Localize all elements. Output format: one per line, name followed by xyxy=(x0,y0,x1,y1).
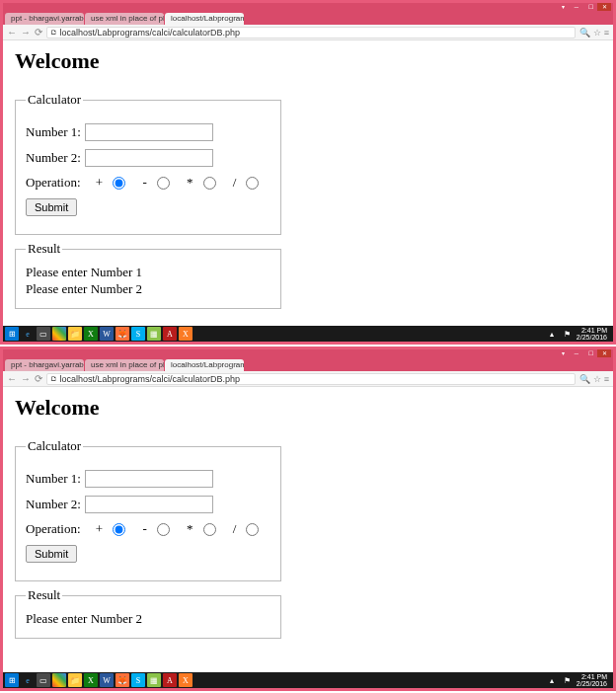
screenshot-2: ▾ ─ ☐ ✕ ppt - bhargavi.yarrabally × use … xyxy=(0,346,616,691)
browser-tab-2[interactable]: use xml in place of php f × xyxy=(85,359,164,371)
url-text: localhost/Labprograms/calci/calculatorDB… xyxy=(60,28,241,38)
number2-input[interactable] xyxy=(85,149,213,167)
op-minus-label: - xyxy=(142,521,146,537)
close-button[interactable]: ✕ xyxy=(597,3,611,11)
number2-label: Number 2: xyxy=(26,150,81,166)
op-minus-radio[interactable] xyxy=(157,523,170,536)
forward-button[interactable]: → xyxy=(21,27,31,38)
skype-icon[interactable]: S xyxy=(131,327,145,341)
page-title: Welcome xyxy=(15,48,601,74)
windows-taskbar: ⊞ e ▭ 📁 X W 🦊 S ▦ A X ▴ ⚑ 2:41 PM 2/25/2… xyxy=(3,672,613,688)
taskbar-clock[interactable]: 2:41 PM 2/25/2016 xyxy=(577,327,611,341)
menu-icon[interactable]: ≡ xyxy=(604,28,609,38)
maximize-button[interactable]: ☐ xyxy=(583,3,597,11)
op-div-label: / xyxy=(233,521,237,537)
browser-tab-1[interactable]: ppt - bhargavi.yarrabally × xyxy=(5,13,84,25)
back-button[interactable]: ← xyxy=(7,27,17,38)
firefox-icon[interactable]: 🦊 xyxy=(116,327,129,341)
op-mult-radio[interactable] xyxy=(203,523,216,536)
xampp-taskbar-icon[interactable]: X xyxy=(179,673,192,687)
page-content: Welcome Calculator Number 1: Number 2: O… xyxy=(3,387,613,653)
bookmark-icon[interactable]: ☆ xyxy=(593,374,601,384)
browser-tabstrip: ppt - bhargavi.yarrabally × use xml in p… xyxy=(3,11,613,25)
app-icon[interactable]: ▦ xyxy=(147,327,161,341)
excel-icon[interactable]: X xyxy=(84,327,98,341)
browser-tabstrip: ppt - bhargavi.yarrabally × use xml in p… xyxy=(3,357,613,371)
back-button[interactable]: ← xyxy=(7,373,17,384)
minimize-button[interactable]: ─ xyxy=(570,349,583,357)
bookmark-icon[interactable]: ☆ xyxy=(593,28,601,38)
explorer-icon[interactable]: 📁 xyxy=(68,673,82,687)
number2-label: Number 2: xyxy=(26,497,81,512)
tab-label: use xml in place of php f xyxy=(91,13,164,25)
result-fieldset: Result Please enter Number 2 xyxy=(15,587,281,639)
excel-icon[interactable]: X xyxy=(84,673,98,687)
browser-address-bar: ← → ⟳ 🗋 localhost/Labprograms/calci/calc… xyxy=(3,25,613,40)
browser-tab-2[interactable]: use xml in place of php f × xyxy=(85,13,164,25)
op-minus-radio[interactable] xyxy=(157,177,170,190)
result-line: Please enter Number 1 xyxy=(26,265,270,281)
minimize-button[interactable]: ─ xyxy=(570,3,583,11)
number1-input[interactable] xyxy=(85,123,213,141)
screenshot-1: ▾ ─ ☐ ✕ ppt - bhargavi.yarrabally × use … xyxy=(0,0,616,345)
action-center-icon[interactable]: ⚑ xyxy=(561,327,575,341)
chrome-icon[interactable] xyxy=(52,673,66,687)
url-input[interactable]: 🗋 localhost/Labprograms/calci/calculator… xyxy=(46,27,576,38)
submit-button[interactable]: Submit xyxy=(26,198,77,216)
op-plus-radio[interactable] xyxy=(113,523,125,536)
url-input[interactable]: 🗋 localhost/Labprograms/calci/calculator… xyxy=(46,373,576,385)
result-legend: Result xyxy=(26,241,62,257)
start-button[interactable]: ⊞ xyxy=(5,327,19,341)
action-center-icon[interactable]: ⚑ xyxy=(561,673,575,687)
tray-up-icon[interactable]: ▴ xyxy=(545,673,559,687)
tab-label: ppt - bhargavi.yarrabally xyxy=(11,359,84,371)
explorer-icon[interactable]: 📁 xyxy=(68,327,82,341)
tab-label: use xml in place of php f xyxy=(91,359,164,371)
word-icon[interactable]: W xyxy=(100,327,114,341)
start-button[interactable]: ⊞ xyxy=(5,673,19,687)
browser-tab-3[interactable]: localhost/Labprograms/c × xyxy=(165,13,244,25)
menu-icon[interactable]: ≡ xyxy=(604,374,609,384)
ie-icon[interactable]: e xyxy=(21,673,35,687)
calculator-legend: Calculator xyxy=(26,438,83,454)
op-mult-radio[interactable] xyxy=(203,177,216,190)
taskview-icon[interactable]: ▭ xyxy=(37,673,50,687)
number1-input[interactable] xyxy=(85,470,213,488)
operation-label: Operation: xyxy=(26,175,81,191)
tab-label: ppt - bhargavi.yarrabally xyxy=(11,13,84,25)
number2-input[interactable] xyxy=(85,496,213,513)
op-mult-label: * xyxy=(187,521,193,537)
word-icon[interactable]: W xyxy=(100,673,114,687)
xampp-taskbar-icon[interactable]: X xyxy=(179,327,192,341)
browser-tab-3[interactable]: localhost/Labprograms/c × xyxy=(165,359,244,371)
adobe-icon[interactable]: A xyxy=(163,327,177,341)
calculator-fieldset: Calculator Number 1: Number 2: Operation… xyxy=(15,92,281,235)
app-icon[interactable]: ▦ xyxy=(147,673,161,687)
user-icon: ▾ xyxy=(556,3,570,11)
maximize-button[interactable]: ☐ xyxy=(583,349,597,357)
browser-tab-1[interactable]: ppt - bhargavi.yarrabally × xyxy=(5,359,84,371)
op-minus-label: - xyxy=(142,175,146,191)
taskbar-clock[interactable]: 2:41 PM 2/25/2016 xyxy=(577,673,611,687)
op-div-radio[interactable] xyxy=(246,523,259,536)
chrome-icon[interactable] xyxy=(52,327,66,341)
number1-label: Number 1: xyxy=(26,471,81,487)
tab-label: localhost/Labprograms/c xyxy=(171,359,244,371)
forward-button[interactable]: → xyxy=(21,373,31,384)
number1-label: Number 1: xyxy=(26,124,81,140)
reload-button[interactable]: ⟳ xyxy=(35,27,42,38)
taskview-icon[interactable]: ▭ xyxy=(37,327,50,341)
submit-button[interactable]: Submit xyxy=(26,545,77,563)
tray-up-icon[interactable]: ▴ xyxy=(545,327,559,341)
page-icon: 🗋 xyxy=(50,29,57,36)
close-button[interactable]: ✕ xyxy=(597,349,611,357)
reload-button[interactable]: ⟳ xyxy=(35,373,42,384)
skype-icon[interactable]: S xyxy=(131,673,145,687)
ie-icon[interactable]: e xyxy=(21,327,35,341)
zoom-icon[interactable]: 🔍 xyxy=(579,374,590,384)
firefox-icon[interactable]: 🦊 xyxy=(116,673,129,687)
op-div-radio[interactable] xyxy=(246,177,259,190)
adobe-icon[interactable]: A xyxy=(163,673,177,687)
zoom-icon[interactable]: 🔍 xyxy=(579,28,590,38)
op-plus-radio[interactable] xyxy=(113,177,125,190)
